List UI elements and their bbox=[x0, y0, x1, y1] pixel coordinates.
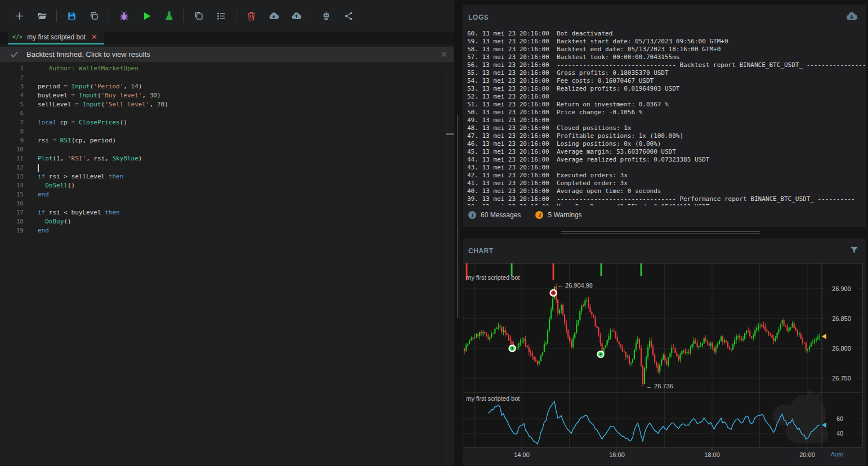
chart-title: CHART bbox=[468, 247, 494, 255]
code-line[interactable]: 16 bbox=[0, 199, 454, 208]
trading-bot-ide: </> my first scripted bot ✕ Backtest fin… bbox=[0, 0, 868, 466]
code-text bbox=[24, 199, 38, 208]
code-line[interactable]: 1-- Author: WalletMarketOpen bbox=[0, 64, 454, 73]
code-line[interactable]: 19end bbox=[0, 226, 454, 235]
log-row: 45. 13 mei 23 20:16:00 Average margin: 5… bbox=[467, 148, 866, 156]
code-text: end bbox=[24, 190, 49, 199]
funnel-icon bbox=[849, 245, 859, 255]
copy-stack-icon bbox=[194, 11, 204, 21]
splitter-grip bbox=[561, 231, 760, 232]
code-line[interactable]: 18 DoBuy() bbox=[0, 217, 454, 226]
editor-scrollbar-thumb[interactable] bbox=[446, 133, 454, 135]
bug-icon bbox=[119, 11, 129, 21]
panel-horizontal-splitter[interactable] bbox=[462, 227, 868, 239]
code-text: Plot(1, 'RSI', rsi, SkyBlue) bbox=[24, 154, 142, 163]
code-line[interactable]: 17if rsi < buyLevel then bbox=[0, 208, 454, 217]
flask-icon bbox=[164, 11, 175, 21]
code-line[interactable]: 13if rsi > sellLevel then bbox=[0, 172, 454, 181]
code-text: -- Author: WalletMarketOpen bbox=[24, 64, 138, 73]
notification-text: Backtest finished. Click to view results bbox=[26, 50, 440, 59]
indent-guide bbox=[38, 218, 38, 226]
code-line[interactable]: 8 bbox=[0, 127, 454, 136]
share-button[interactable] bbox=[341, 8, 356, 23]
code-line[interactable]: 15end bbox=[0, 190, 454, 199]
line-number: 17 bbox=[0, 208, 24, 217]
code-line[interactable]: 4buyLevel = Input('Buy level', 30) bbox=[0, 91, 454, 100]
share-icon bbox=[343, 11, 354, 21]
splitter-grip bbox=[561, 233, 760, 234]
log-row: 40. 13 mei 23 20:16:00 Average open time… bbox=[467, 187, 866, 195]
log-row: 54. 13 mei 23 20:16:00 Fee costs: 0.1607… bbox=[467, 77, 866, 85]
code-line[interactable]: 12 bbox=[0, 163, 454, 172]
code-text bbox=[24, 145, 38, 154]
logs-header: LOGS bbox=[463, 5, 866, 26]
export-logs-button[interactable] bbox=[845, 10, 858, 24]
line-number: 11 bbox=[0, 154, 24, 163]
line-number: 6 bbox=[0, 109, 24, 118]
messages-filter[interactable]: i 60 Messages bbox=[468, 211, 521, 219]
code-line[interactable]: 5sellLevel = Input('Sell level', 70) bbox=[0, 100, 454, 109]
line-number: 7 bbox=[0, 118, 24, 127]
duplicate-button[interactable] bbox=[191, 8, 206, 23]
splitter-grip bbox=[457, 115, 458, 318]
log-row: 43. 13 mei 23 20:16:00 bbox=[467, 164, 866, 172]
log-row: 44. 13 mei 23 20:16:00 Average realized … bbox=[467, 156, 866, 164]
log-row: 42. 13 mei 23 20:16:00 Executed orders: … bbox=[467, 172, 866, 180]
download-script-button[interactable] bbox=[266, 8, 281, 23]
axis-auto-toggle[interactable]: Auto bbox=[831, 451, 844, 458]
warnings-filter[interactable]: i 5 Warnings bbox=[535, 211, 581, 219]
open-script-button[interactable] bbox=[34, 8, 49, 23]
delete-script-button[interactable] bbox=[244, 8, 258, 23]
line-number: 10 bbox=[0, 145, 24, 154]
warning-icon: i bbox=[535, 211, 543, 219]
new-script-button[interactable] bbox=[12, 8, 26, 23]
backtest-finished-notification[interactable]: Backtest finished. Click to view results… bbox=[0, 47, 454, 62]
robot-icon bbox=[321, 11, 332, 21]
code-text bbox=[24, 109, 38, 118]
code-line[interactable]: 7local cp = ClosePrices() bbox=[0, 118, 454, 127]
folder-open-icon bbox=[37, 11, 47, 21]
price-axis-label: 26.900 bbox=[832, 285, 851, 292]
code-line[interactable]: 2 bbox=[0, 73, 454, 82]
order-tick-sell bbox=[553, 263, 554, 280]
save-script-button[interactable] bbox=[64, 8, 79, 23]
line-number: 9 bbox=[0, 136, 24, 145]
code-editor[interactable]: 1-- Author: WalletMarketOpen23period = I… bbox=[0, 62, 454, 235]
code-line[interactable]: 6 bbox=[0, 109, 454, 118]
copy-script-button[interactable] bbox=[87, 8, 101, 23]
code-line[interactable]: 3period = Input('Period', 14) bbox=[0, 82, 454, 91]
run-backtest-button[interactable] bbox=[139, 8, 154, 23]
toolbar-separator bbox=[236, 10, 236, 22]
upload-script-button[interactable] bbox=[289, 8, 303, 23]
log-list-button[interactable] bbox=[214, 8, 229, 23]
messages-count: 60 Messages bbox=[481, 211, 521, 219]
deploy-bot-button[interactable] bbox=[319, 8, 333, 23]
code-line[interactable]: 10 bbox=[0, 145, 454, 154]
notification-close-icon[interactable]: ✕ bbox=[440, 50, 448, 60]
code-line[interactable]: 11Plot(1, 'RSI', rsi, SkyBlue) bbox=[0, 154, 454, 163]
log-entries[interactable]: 60. 13 mei 23 20:16:00 Bot deactivated59… bbox=[463, 26, 866, 205]
check-icon bbox=[10, 50, 19, 59]
tab-close-icon[interactable]: ✕ bbox=[90, 33, 99, 41]
code-line[interactable]: 9rsi = RSI(cp, period) bbox=[0, 136, 454, 145]
splitter-grip bbox=[459, 115, 459, 318]
code-text: local cp = ClosePrices() bbox=[24, 118, 127, 127]
code-text: buyLevel = Input('Buy level', 30) bbox=[24, 91, 161, 100]
panel-vertical-splitter[interactable] bbox=[454, 0, 462, 466]
editor-scrollbar-track bbox=[446, 65, 446, 466]
chart-filter-button[interactable] bbox=[849, 245, 859, 257]
line-number: 18 bbox=[0, 217, 24, 226]
tab-title: my first scripted bot bbox=[27, 33, 86, 41]
code-line[interactable]: 14 DoSell() bbox=[0, 181, 454, 190]
toolbar-separator bbox=[184, 10, 184, 22]
debug-button[interactable] bbox=[117, 8, 131, 23]
cloud-upload-icon bbox=[291, 11, 302, 21]
tab-my-first-scripted-bot[interactable]: </> my first scripted bot ✕ bbox=[8, 30, 104, 44]
line-number: 16 bbox=[0, 199, 24, 208]
toolbar-separator bbox=[56, 10, 57, 22]
quick-test-button[interactable] bbox=[162, 8, 176, 23]
chart-panel: CHART ← 26.904,98← 26.736my first script… bbox=[463, 239, 866, 466]
backtest-chart[interactable]: ← 26.904,98← 26.736my first scripted bot… bbox=[463, 262, 863, 466]
order-tick-buy bbox=[641, 263, 642, 276]
toolbar-separator bbox=[311, 10, 311, 22]
